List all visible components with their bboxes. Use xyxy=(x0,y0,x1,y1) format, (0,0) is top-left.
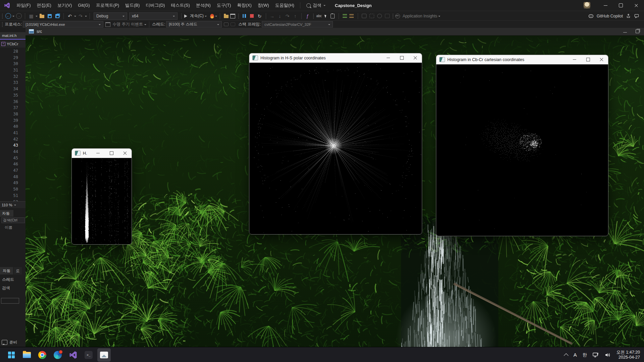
window-hist-h[interactable]: H. xyxy=(71,148,132,245)
window-titlebar[interactable]: H. xyxy=(72,149,132,158)
ime-latin-indicator[interactable]: A xyxy=(574,352,577,358)
maximize-button[interactable] xyxy=(581,55,595,64)
undo-button[interactable]: ↶ xyxy=(66,12,73,20)
start-button[interactable] xyxy=(5,348,18,362)
window-titlebar[interactable]: Histogram in H-S polar coordinates xyxy=(249,53,422,63)
feedback-icon[interactable] xyxy=(634,13,639,18)
document-tab-ycbcr[interactable]: + YCbCr xyxy=(0,40,26,48)
user-avatar[interactable] xyxy=(584,2,590,9)
tray-expand-icon[interactable] xyxy=(564,353,568,358)
watch-search-input[interactable]: 검색(Ctrl xyxy=(1,217,25,223)
close-button[interactable] xyxy=(595,55,608,64)
terminal-button[interactable]: >_ xyxy=(82,348,95,362)
lifecycle-events-dropdown[interactable]: 수명 주기 이벤트 xyxy=(112,21,143,27)
menu-item[interactable]: 도구(T) xyxy=(214,0,234,11)
paste-button[interactable] xyxy=(329,12,336,20)
menu-item[interactable]: 도움말(H) xyxy=(272,0,297,11)
maximize-button[interactable] xyxy=(105,149,118,158)
file-explorer-button[interactable] xyxy=(20,348,34,362)
minimize-button[interactable] xyxy=(568,55,581,64)
menu-item[interactable]: 확장(X) xyxy=(234,0,254,11)
watch-auto-tab[interactable]: 자동 xyxy=(0,210,13,217)
menu-item[interactable]: 디버그(D) xyxy=(143,0,168,11)
step-into-button[interactable]: ↓ xyxy=(277,12,283,20)
chevron-down-icon[interactable] xyxy=(36,16,38,18)
close-button[interactable] xyxy=(629,0,644,11)
text-visualizer-button[interactable]: abc xyxy=(316,12,323,20)
window-hist-polar[interactable]: Histogram in H-S polar coordinates xyxy=(249,53,422,235)
menu-item[interactable]: 프로젝트(P) xyxy=(93,0,122,11)
continue-button[interactable]: 계속(C) xyxy=(184,13,207,19)
script-debugging-icon[interactable]: ƒ xyxy=(304,12,311,20)
menu-item[interactable]: 파일(F) xyxy=(13,0,34,11)
message-bubble-icon[interactable] xyxy=(2,340,7,345)
open-file-button[interactable] xyxy=(39,12,45,20)
select-cursor-button[interactable] xyxy=(323,12,329,20)
restart-button[interactable]: ↻ xyxy=(256,12,263,20)
copilot-label[interactable]: GitHub Copilot xyxy=(597,14,623,18)
lifecycle-icon[interactable] xyxy=(104,21,111,28)
speaker-icon[interactable] xyxy=(605,352,611,358)
image-window-taskbar-button[interactable] xyxy=(97,348,111,362)
chevron-down-icon[interactable] xyxy=(12,16,14,18)
toolbar-grip[interactable] xyxy=(2,13,3,19)
step-over-button[interactable]: ↷ xyxy=(284,12,291,20)
minimize-button[interactable] xyxy=(382,53,395,62)
breakpoint-window-button[interactable] xyxy=(361,12,367,20)
show-next-statement-button[interactable]: → xyxy=(269,12,276,20)
autos-tab[interactable]: 자동 xyxy=(0,267,13,274)
configuration-dropdown[interactable]: Debug xyxy=(94,12,127,20)
hot-reload-button[interactable] xyxy=(210,14,217,18)
maximize-button[interactable] xyxy=(613,0,629,11)
minimize-button[interactable] xyxy=(91,149,105,158)
break-all-button[interactable] xyxy=(241,12,248,20)
locals-tab[interactable]: 로 xyxy=(14,267,22,274)
src-window-titlebar[interactable]: src xyxy=(26,28,644,36)
share-icon[interactable] xyxy=(626,13,631,18)
empty-field[interactable] xyxy=(1,298,19,304)
close-button[interactable] xyxy=(118,149,132,158)
minimize-button[interactable] xyxy=(598,0,613,11)
maximize-button[interactable] xyxy=(395,53,408,62)
thread-dropdown[interactable]: [6100] 주 스레드 xyxy=(166,21,222,28)
editor-zoom-dropdown[interactable]: 110 % xyxy=(0,201,26,208)
flag-thread-icon[interactable] xyxy=(223,21,230,28)
window-hist-cartesian[interactable]: Histogram in Cb-Cr cartesian coordinates xyxy=(436,55,608,236)
menu-item[interactable]: 보기(V) xyxy=(54,0,75,11)
new-project-button[interactable]: ▦ xyxy=(28,12,35,20)
close-button[interactable] xyxy=(408,53,422,62)
output-list-button[interactable] xyxy=(342,12,348,20)
visual-studio-button[interactable] xyxy=(66,348,80,362)
search-panel-label[interactable]: 검색 xyxy=(2,285,10,291)
menu-item[interactable]: 편집(E) xyxy=(34,0,54,11)
threads-panel-label[interactable]: 스레드 xyxy=(2,277,14,282)
toolbar-grip[interactable] xyxy=(2,22,3,27)
toolbar-grip[interactable] xyxy=(392,13,394,19)
stack-frame-dropdown[interactable]: cvtCartesian2PolarCV_32F xyxy=(262,21,333,28)
chrome-button[interactable] xyxy=(36,348,49,362)
document-tab-mat-inl-h[interactable]: mat.inl.h xyxy=(0,32,26,40)
menu-item[interactable]: 분석(N) xyxy=(193,0,214,11)
menu-item[interactable]: 빌드(B) xyxy=(122,0,143,11)
chevron-down-icon[interactable] xyxy=(85,16,87,18)
breakpoint-import-button[interactable] xyxy=(368,12,375,20)
task-list-button[interactable] xyxy=(348,12,355,20)
stop-debugging-button[interactable] xyxy=(249,12,255,20)
watch-name-column-header[interactable]: 이름 xyxy=(5,225,12,230)
window-titlebar[interactable]: Histogram in Cb-Cr cartesian coordinates xyxy=(436,55,608,64)
redo-button[interactable]: ↷ xyxy=(77,12,84,20)
application-insights-dropdown[interactable]: Application Insights xyxy=(395,14,440,18)
ime-korean-indicator[interactable]: 한 xyxy=(583,352,587,358)
browse-folder-button[interactable] xyxy=(223,12,230,20)
thread-filter-icon[interactable] xyxy=(230,21,236,28)
save-button[interactable] xyxy=(46,12,53,20)
toolbar-grip[interactable] xyxy=(313,13,314,19)
preview-window-button[interactable] xyxy=(230,12,236,20)
platform-dropdown[interactable]: x64 xyxy=(129,12,178,20)
breakpoint-delete-button[interactable] xyxy=(384,12,391,20)
search-box[interactable]: 검색 xyxy=(303,2,329,8)
edge-button[interactable] xyxy=(51,348,64,362)
menu-item[interactable]: Git(G) xyxy=(75,0,93,11)
src-restore-icon[interactable] xyxy=(636,30,639,33)
menu-item[interactable]: 테스트(S) xyxy=(168,0,193,11)
